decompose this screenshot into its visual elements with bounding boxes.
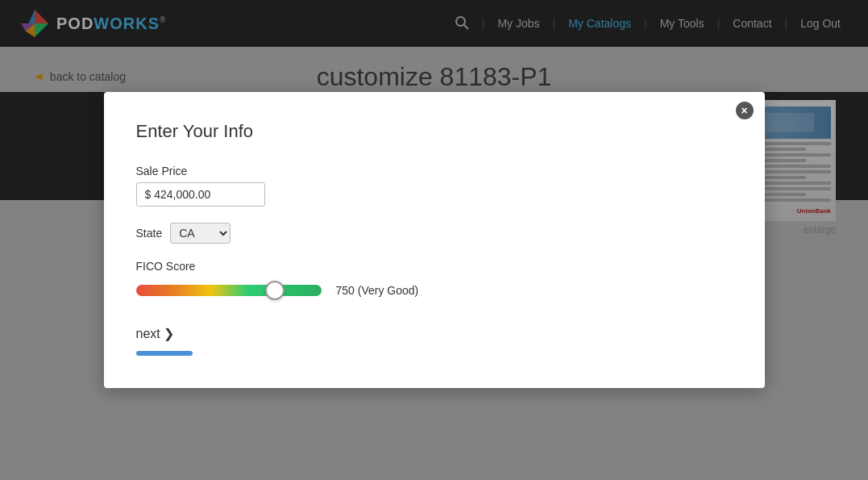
fico-section: FICO Score 750 (Very Good) bbox=[136, 260, 733, 300]
progress-bar bbox=[136, 351, 193, 356]
state-select[interactable]: CA AZ NV OR WA TX FL NY bbox=[170, 223, 230, 244]
sale-price-label: Sale Price bbox=[136, 165, 733, 177]
sale-price-input[interactable] bbox=[136, 182, 265, 207]
next-button[interactable]: next ❯ bbox=[136, 323, 174, 344]
fico-thumb[interactable] bbox=[265, 281, 284, 300]
fico-slider-wrap bbox=[136, 281, 322, 300]
next-arrow-icon: ❯ bbox=[164, 326, 174, 341]
next-label: next bbox=[136, 327, 160, 341]
enter-info-modal: × Enter Your Info Sale Price State CA AZ… bbox=[104, 92, 765, 388]
fico-row: 750 (Very Good) bbox=[136, 281, 733, 300]
modal-overlay: × Enter Your Info Sale Price State CA AZ… bbox=[0, 0, 868, 480]
modal-title: Enter Your Info bbox=[136, 121, 733, 142]
fico-value-display: 750 (Very Good) bbox=[336, 284, 419, 297]
modal-close-button[interactable]: × bbox=[736, 102, 754, 119]
fico-track bbox=[136, 285, 322, 296]
state-label: State bbox=[136, 227, 163, 240]
fico-score-label: FICO Score bbox=[136, 260, 733, 273]
state-group: State CA AZ NV OR WA TX FL NY bbox=[136, 223, 733, 244]
sale-price-group: Sale Price bbox=[136, 165, 733, 207]
